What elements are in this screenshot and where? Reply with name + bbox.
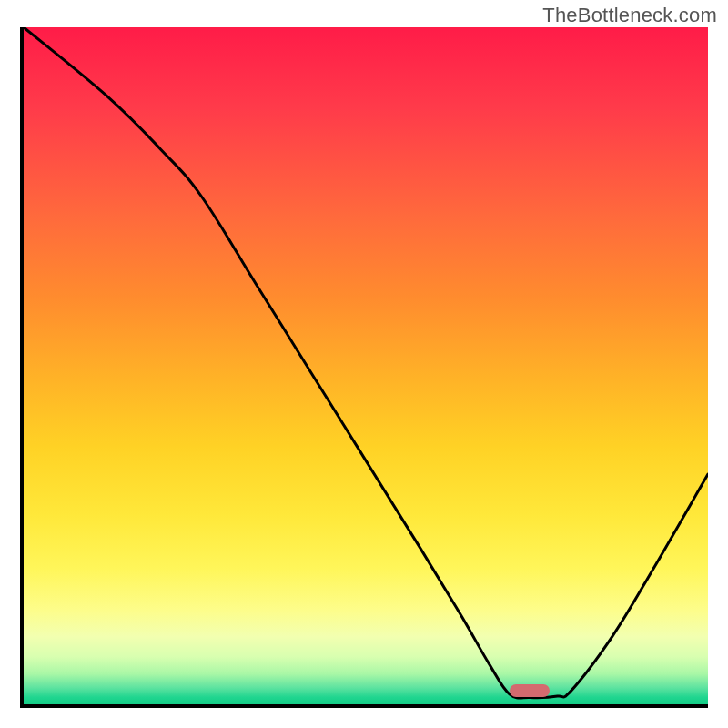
axes-frame [20, 27, 708, 708]
curve-path [24, 27, 708, 698]
optimal-marker [510, 684, 550, 697]
plot-area [24, 27, 708, 704]
bottleneck-curve [24, 27, 708, 704]
watermark-text: TheBottleneck.com [542, 4, 717, 27]
chart-container: TheBottleneck.com [0, 0, 728, 728]
